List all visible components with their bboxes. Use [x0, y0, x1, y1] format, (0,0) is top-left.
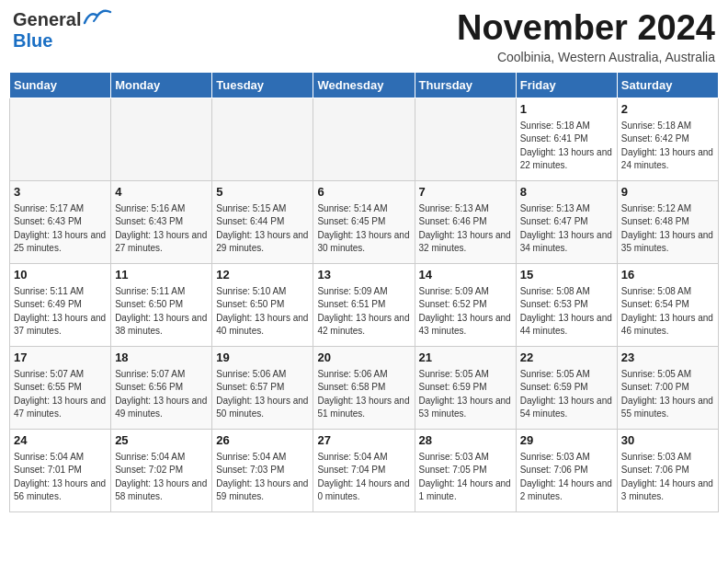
day-info: Sunrise: 5:09 AMSunset: 6:52 PMDaylight:…	[419, 285, 512, 339]
calendar-cell: 6Sunrise: 5:14 AMSunset: 6:45 PMDaylight…	[313, 180, 415, 263]
calendar-cell: 22Sunrise: 5:05 AMSunset: 6:59 PMDayligh…	[516, 346, 617, 429]
day-header-saturday: Saturday	[617, 72, 718, 98]
calendar-cell: 10Sunrise: 5:11 AMSunset: 6:49 PMDayligh…	[10, 263, 111, 346]
calendar-cell: 24Sunrise: 5:04 AMSunset: 7:01 PMDayligh…	[10, 429, 111, 511]
day-number: 30	[621, 432, 714, 449]
calendar-cell: 27Sunrise: 5:04 AMSunset: 7:04 PMDayligh…	[313, 429, 415, 511]
day-number: 16	[621, 267, 714, 283]
day-number: 28	[419, 432, 512, 449]
bird-icon	[83, 6, 112, 27]
day-number: 7	[419, 184, 512, 201]
day-number: 19	[216, 350, 309, 366]
day-number: 5	[216, 184, 309, 201]
calendar-cell: 8Sunrise: 5:13 AMSunset: 6:47 PMDaylight…	[516, 180, 617, 263]
day-number: 14	[419, 267, 512, 283]
page-header: General Blue November 2024 Coolbinia, We…	[9, 9, 719, 64]
calendar-cell: 21Sunrise: 5:05 AMSunset: 6:59 PMDayligh…	[415, 346, 516, 429]
day-header-wednesday: Wednesday	[313, 72, 415, 98]
day-number: 18	[115, 350, 208, 366]
calendar-cell: 12Sunrise: 5:10 AMSunset: 6:50 PMDayligh…	[212, 263, 313, 346]
day-info: Sunrise: 5:14 AMSunset: 6:45 PMDaylight:…	[317, 202, 410, 256]
day-info: Sunrise: 5:04 AMSunset: 7:03 PMDaylight:…	[216, 451, 309, 504]
day-info: Sunrise: 5:05 AMSunset: 7:00 PMDaylight:…	[621, 368, 714, 421]
calendar-table: SundayMondayTuesdayWednesdayThursdayFrid…	[9, 72, 719, 512]
day-header-friday: Friday	[516, 72, 617, 98]
calendar-cell: 13Sunrise: 5:09 AMSunset: 6:51 PMDayligh…	[313, 263, 415, 346]
day-info: Sunrise: 5:07 AMSunset: 6:55 PMDaylight:…	[14, 368, 107, 421]
day-number: 6	[317, 184, 410, 201]
month-title: November 2024	[457, 9, 715, 48]
day-header-sunday: Sunday	[10, 72, 111, 98]
day-number: 27	[317, 432, 410, 449]
day-number: 1	[520, 101, 613, 118]
calendar-cell: 7Sunrise: 5:13 AMSunset: 6:46 PMDaylight…	[415, 180, 516, 263]
calendar-cell: 2Sunrise: 5:18 AMSunset: 6:42 PMDaylight…	[617, 98, 718, 180]
calendar-week-1: 1Sunrise: 5:18 AMSunset: 6:41 PMDaylight…	[10, 98, 719, 180]
day-info: Sunrise: 5:05 AMSunset: 6:59 PMDaylight:…	[520, 368, 613, 421]
day-info: Sunrise: 5:11 AMSunset: 6:50 PMDaylight:…	[115, 285, 208, 339]
day-number: 15	[520, 267, 613, 283]
day-number: 8	[520, 184, 613, 201]
calendar-cell: 9Sunrise: 5:12 AMSunset: 6:48 PMDaylight…	[617, 180, 718, 263]
calendar-cell: 1Sunrise: 5:18 AMSunset: 6:41 PMDaylight…	[516, 98, 617, 180]
calendar-cell	[10, 98, 111, 180]
day-number: 2	[621, 101, 714, 118]
day-info: Sunrise: 5:12 AMSunset: 6:48 PMDaylight:…	[621, 202, 714, 256]
location-subtitle: Coolbinia, Western Australia, Australia	[457, 50, 715, 64]
calendar-cell	[415, 98, 516, 180]
calendar-cell	[313, 98, 415, 180]
calendar-cell: 14Sunrise: 5:09 AMSunset: 6:52 PMDayligh…	[415, 263, 516, 346]
day-number: 25	[115, 432, 208, 449]
logo: General Blue	[13, 9, 112, 52]
calendar-cell: 19Sunrise: 5:06 AMSunset: 6:57 PMDayligh…	[212, 346, 313, 429]
day-info: Sunrise: 5:04 AMSunset: 7:02 PMDaylight:…	[115, 451, 208, 504]
calendar-cell: 4Sunrise: 5:16 AMSunset: 6:43 PMDaylight…	[111, 180, 212, 263]
calendar-cell: 16Sunrise: 5:08 AMSunset: 6:54 PMDayligh…	[617, 263, 718, 346]
calendar-cell: 5Sunrise: 5:15 AMSunset: 6:44 PMDaylight…	[212, 180, 313, 263]
day-info: Sunrise: 5:13 AMSunset: 6:47 PMDaylight:…	[520, 202, 613, 256]
calendar-cell: 30Sunrise: 5:03 AMSunset: 7:06 PMDayligh…	[617, 429, 718, 511]
day-info: Sunrise: 5:04 AMSunset: 7:01 PMDaylight:…	[14, 451, 107, 504]
day-info: Sunrise: 5:03 AMSunset: 7:06 PMDaylight:…	[520, 451, 613, 504]
day-number: 9	[621, 184, 714, 201]
day-info: Sunrise: 5:04 AMSunset: 7:04 PMDaylight:…	[317, 451, 410, 504]
day-header-monday: Monday	[111, 72, 212, 98]
calendar-week-2: 3Sunrise: 5:17 AMSunset: 6:43 PMDaylight…	[10, 180, 719, 263]
day-info: Sunrise: 5:05 AMSunset: 6:59 PMDaylight:…	[419, 368, 512, 421]
day-number: 10	[14, 267, 107, 283]
calendar-cell: 28Sunrise: 5:03 AMSunset: 7:05 PMDayligh…	[415, 429, 516, 511]
title-section: November 2024 Coolbinia, Western Austral…	[457, 9, 715, 64]
day-info: Sunrise: 5:06 AMSunset: 6:58 PMDaylight:…	[317, 368, 410, 421]
calendar-cell: 15Sunrise: 5:08 AMSunset: 6:53 PMDayligh…	[516, 263, 617, 346]
day-number: 3	[14, 184, 107, 201]
calendar-header-row: SundayMondayTuesdayWednesdayThursdayFrid…	[10, 72, 719, 98]
day-info: Sunrise: 5:11 AMSunset: 6:49 PMDaylight:…	[14, 285, 107, 339]
calendar-week-4: 17Sunrise: 5:07 AMSunset: 6:55 PMDayligh…	[10, 346, 719, 429]
calendar-cell: 11Sunrise: 5:11 AMSunset: 6:50 PMDayligh…	[111, 263, 212, 346]
calendar-week-5: 24Sunrise: 5:04 AMSunset: 7:01 PMDayligh…	[10, 429, 719, 511]
day-info: Sunrise: 5:03 AMSunset: 7:06 PMDaylight:…	[621, 451, 714, 504]
day-info: Sunrise: 5:18 AMSunset: 6:41 PMDaylight:…	[520, 120, 613, 173]
day-number: 21	[419, 350, 512, 366]
day-number: 23	[621, 350, 714, 366]
day-number: 20	[317, 350, 410, 366]
calendar-cell: 25Sunrise: 5:04 AMSunset: 7:02 PMDayligh…	[111, 429, 212, 511]
calendar-cell: 26Sunrise: 5:04 AMSunset: 7:03 PMDayligh…	[212, 429, 313, 511]
calendar-week-3: 10Sunrise: 5:11 AMSunset: 6:49 PMDayligh…	[10, 263, 719, 346]
day-number: 13	[317, 267, 410, 283]
day-header-thursday: Thursday	[415, 72, 516, 98]
day-number: 29	[520, 432, 613, 449]
day-number: 24	[14, 432, 107, 449]
day-number: 11	[115, 267, 208, 283]
day-header-tuesday: Tuesday	[212, 72, 313, 98]
logo-general: General	[13, 9, 81, 30]
day-info: Sunrise: 5:17 AMSunset: 6:43 PMDaylight:…	[14, 202, 107, 256]
calendar-cell: 17Sunrise: 5:07 AMSunset: 6:55 PMDayligh…	[10, 346, 111, 429]
calendar-cell	[111, 98, 212, 180]
calendar-cell: 29Sunrise: 5:03 AMSunset: 7:06 PMDayligh…	[516, 429, 617, 511]
day-info: Sunrise: 5:10 AMSunset: 6:50 PMDaylight:…	[216, 285, 309, 339]
day-number: 17	[14, 350, 107, 366]
day-info: Sunrise: 5:13 AMSunset: 6:46 PMDaylight:…	[419, 202, 512, 256]
day-info: Sunrise: 5:08 AMSunset: 6:54 PMDaylight:…	[621, 285, 714, 339]
day-number: 12	[216, 267, 309, 283]
